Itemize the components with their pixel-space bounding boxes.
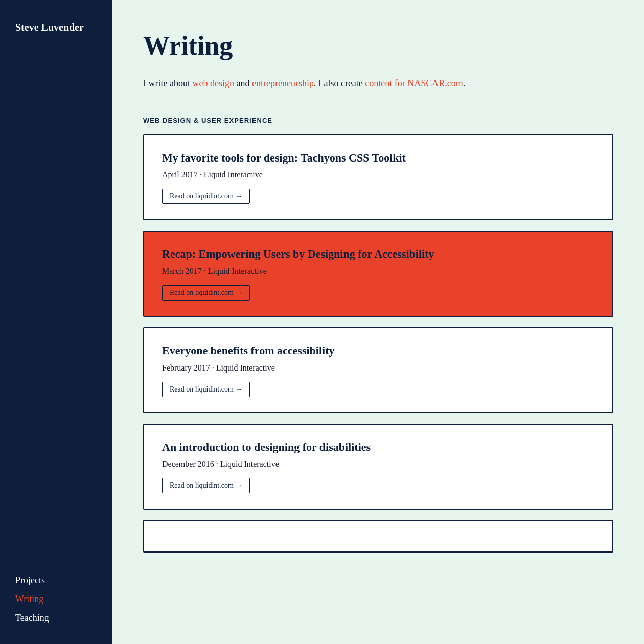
intro-text-middle: and bbox=[234, 78, 252, 88]
article-title-2: Recap: Empowering Users by Designing for… bbox=[162, 247, 594, 262]
section-label: WEB DESIGN & USER EXPERIENCE bbox=[143, 117, 613, 124]
article-title-4: An introduction to designing for disabil… bbox=[162, 440, 594, 455]
article-card-3: Everyone benefits from accessibility Feb… bbox=[143, 327, 613, 413]
intro-text-end: . bbox=[463, 78, 466, 88]
article-meta-1: April 2017 · Liquid Interactive bbox=[162, 170, 594, 179]
read-button-2[interactable]: Read on liquidint.com → bbox=[162, 285, 250, 301]
intro-text-before: I write about bbox=[143, 78, 192, 88]
article-card-1: My favorite tools for design: Tachyons C… bbox=[143, 134, 613, 221]
read-button-1[interactable]: Read on liquidint.com → bbox=[162, 189, 250, 204]
read-button-3[interactable]: Read on liquidint.com → bbox=[162, 382, 250, 397]
article-meta-2: March 2017 · Liquid Interactive bbox=[162, 267, 594, 276]
sidebar-item-teaching[interactable]: Teaching bbox=[15, 613, 97, 624]
read-button-4[interactable]: Read on liquidint.com → bbox=[162, 478, 250, 493]
page-title: Writing bbox=[143, 31, 613, 61]
article-card-4: An introduction to designing for disabil… bbox=[143, 424, 613, 510]
web-design-link[interactable]: web design bbox=[192, 78, 234, 88]
article-card-2: Recap: Empowering Users by Designing for… bbox=[143, 231, 613, 317]
entrepreneurship-link[interactable]: entrepreneurship bbox=[252, 78, 314, 88]
article-card-5 bbox=[143, 520, 613, 553]
sidebar: Steve Luvender Projects Writing Teaching bbox=[0, 0, 112, 644]
main-nav: Projects Writing Teaching bbox=[15, 555, 97, 624]
article-title-1: My favorite tools for design: Tachyons C… bbox=[162, 151, 594, 166]
article-title-3: Everyone benefits from accessibility bbox=[162, 343, 594, 358]
main-content: Writing I write about web design and ent… bbox=[112, 0, 644, 644]
articles-list: My favorite tools for design: Tachyons C… bbox=[143, 134, 613, 553]
article-meta-3: February 2017 · Liquid Interactive bbox=[162, 363, 594, 373]
intro-text-after: . I also create bbox=[314, 78, 365, 88]
nascar-link[interactable]: content for NASCAR.com bbox=[365, 78, 463, 88]
article-meta-4: December 2016 · Liquid Interactive bbox=[162, 459, 594, 469]
sidebar-item-writing[interactable]: Writing bbox=[15, 594, 97, 605]
sidebar-item-projects[interactable]: Projects bbox=[15, 575, 97, 586]
intro-paragraph: I write about web design and entrepreneu… bbox=[143, 76, 501, 91]
site-title: Steve Luvender bbox=[15, 20, 97, 34]
